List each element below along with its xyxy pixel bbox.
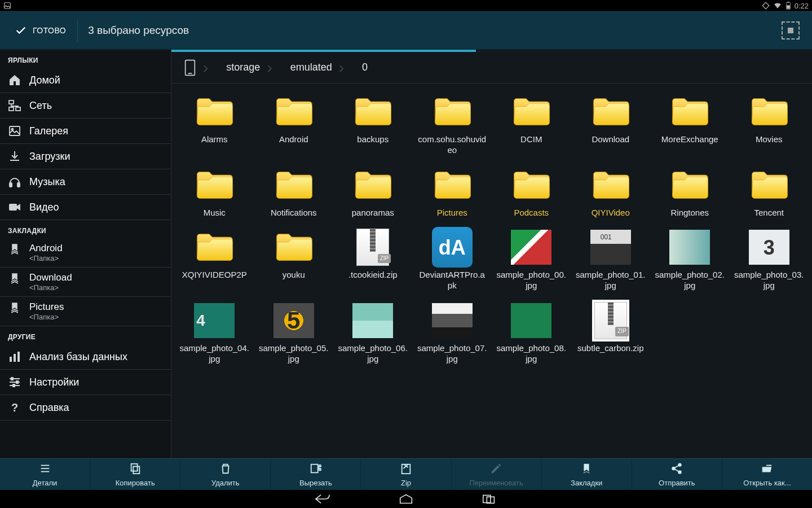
folder-item[interactable]: MoreExchange	[650, 90, 730, 158]
sidebar-item-analytics[interactable]: Анализ базы данных	[0, 344, 171, 370]
svg-rect-2	[787, 2, 789, 2]
item-thumb	[273, 166, 314, 204]
item-thumb	[511, 228, 551, 266]
bookmark-sublabel: <Папка>	[29, 283, 72, 292]
folder-item[interactable]: Ringtones	[650, 164, 730, 221]
action-label: Отправить	[659, 479, 695, 487]
image-item[interactable]: sample_photo_01.jpg	[571, 226, 651, 294]
action-cut[interactable]: Вырезать	[270, 459, 360, 490]
action-bookmark[interactable]: Закладки	[541, 459, 632, 490]
select-all-button[interactable]	[782, 21, 800, 40]
folder-item[interactable]: Android	[254, 90, 334, 158]
app-item[interactable]: dADeviantARTPro.apk	[413, 226, 492, 294]
item-thumb	[511, 93, 551, 131]
folder-item[interactable]: XQIYIVIDEOP2P	[175, 226, 254, 294]
bookmark-item-download[interactable]: Download<Папка>	[0, 268, 171, 297]
breadcrumb-0[interactable]: 0	[353, 56, 377, 79]
item-thumb	[511, 166, 551, 204]
folder-item[interactable]: QIYIVideo	[571, 164, 651, 221]
folder-item[interactable]: Download	[571, 90, 651, 158]
svg-rect-0	[5, 3, 11, 9]
image-item[interactable]: sample_photo_07.jpg	[413, 299, 492, 367]
svg-point-8	[12, 129, 14, 130]
item-label: .tcookieid.zip	[348, 270, 398, 281]
action-label: Закладки	[571, 479, 602, 487]
image-item[interactable]: 4sample_photo_04.jpg	[175, 299, 254, 367]
image-item[interactable]: sample_photo_06.jpg	[333, 299, 413, 367]
sidebar-header-bookmarks: ЗАКЛАДКИ	[0, 220, 171, 238]
action-share[interactable]: Отправить	[632, 459, 722, 490]
item-thumb	[273, 228, 314, 266]
details-icon	[39, 462, 51, 476]
network-icon	[8, 99, 21, 112]
sidebar-item-сеть[interactable]: Сеть	[0, 93, 171, 119]
item-label: sample_photo_02.jpg	[655, 270, 725, 291]
open-as-icon	[761, 462, 773, 476]
image-item[interactable]: 5sample_photo_05.jpg	[254, 299, 334, 367]
bookmark-item-android[interactable]: Android<Папка>	[0, 238, 171, 268]
done-button[interactable]: ГОТОВО	[7, 12, 74, 49]
recent-button[interactable]	[482, 493, 497, 505]
action-copy[interactable]: Копировать	[90, 459, 180, 490]
image-item[interactable]: sample_photo_00.jpg	[492, 226, 571, 294]
sidebar-item-видео[interactable]: Видео	[0, 195, 171, 220]
bookmark-label: Pictures	[29, 301, 64, 313]
action-zip[interactable]: Zip	[360, 459, 451, 490]
action-details[interactable]: Детали	[0, 459, 90, 490]
action-delete[interactable]: Удалить	[180, 459, 270, 490]
action-open-as[interactable]: Открыть как...	[722, 459, 812, 490]
sidebar-item-label: Настройки	[29, 376, 79, 388]
bookmark-item-pictures[interactable]: Pictures<Папка>	[0, 297, 171, 326]
breadcrumb-storage[interactable]: storage	[217, 56, 281, 79]
help-icon: ?	[8, 401, 21, 414]
svg-rect-3	[787, 5, 790, 8]
folder-item[interactable]: backups	[333, 90, 413, 158]
sidebar-item-settings[interactable]: Настройки	[0, 370, 171, 395]
folder-item[interactable]: Notifications	[254, 164, 334, 221]
home-button[interactable]	[398, 493, 414, 505]
folder-item[interactable]: Pictures	[413, 164, 492, 221]
sidebar-item-загрузки[interactable]: Загрузки	[0, 144, 171, 169]
folder-item[interactable]: Alarms	[175, 90, 254, 158]
sidebar-item-музыка[interactable]: Музыка	[0, 169, 171, 195]
folder-item[interactable]: Tencent	[730, 164, 809, 221]
image-item[interactable]: sample_photo_02.jpg	[650, 226, 730, 294]
item-thumb: ZIP	[352, 228, 393, 266]
svg-rect-28	[133, 466, 139, 474]
image-thumbnail	[511, 303, 551, 338]
folder-item[interactable]: Podcasts	[492, 164, 571, 221]
item-label: DCIM	[520, 134, 542, 145]
sidebar-item-label: Справка	[29, 402, 69, 414]
breadcrumb-emulated[interactable]: emulated	[281, 56, 353, 79]
item-thumb	[432, 166, 473, 204]
svg-rect-21	[13, 384, 15, 387]
svg-rect-14	[14, 354, 16, 362]
cut-icon	[310, 462, 322, 476]
folder-item[interactable]: Movies	[730, 90, 809, 158]
zip-item[interactable]: ZIP.tcookieid.zip	[333, 226, 413, 294]
image-item[interactable]: 3sample_photo_03.jpg	[730, 226, 809, 294]
item-label: Pictures	[437, 208, 467, 218]
file-grid[interactable]: AlarmsAndroidbackupscom.sohu.sohuvideoDC…	[171, 84, 812, 458]
picture-status-icon	[3, 2, 11, 10]
folder-item[interactable]: com.sohu.sohuvideo	[413, 90, 492, 158]
copy-icon	[129, 462, 142, 476]
sidebar-item-домой[interactable]: Домой	[0, 68, 171, 93]
item-thumb	[273, 93, 314, 131]
folder-item[interactable]: DCIM	[492, 90, 571, 158]
breadcrumb-device[interactable]	[175, 56, 217, 79]
image-thumbnail	[669, 230, 710, 265]
image-item[interactable]: sample_photo_08.jpg	[492, 299, 571, 367]
folder-item[interactable]: Music	[175, 164, 254, 221]
item-thumb	[511, 301, 551, 340]
action-label: Zip	[401, 479, 411, 487]
sidebar-item-галерея[interactable]: Галерея	[0, 119, 171, 144]
zip-item[interactable]: ZIPsubtle_carbon.zip	[571, 299, 651, 367]
item-thumb: 3	[749, 228, 789, 266]
wifi-icon	[773, 2, 782, 10]
folder-item[interactable]: panoramas	[333, 164, 413, 221]
sidebar-item-help[interactable]: ?Справка	[0, 395, 171, 421]
svg-rect-5	[16, 107, 20, 111]
folder-item[interactable]: youku	[254, 226, 334, 294]
back-button[interactable]	[315, 493, 330, 505]
